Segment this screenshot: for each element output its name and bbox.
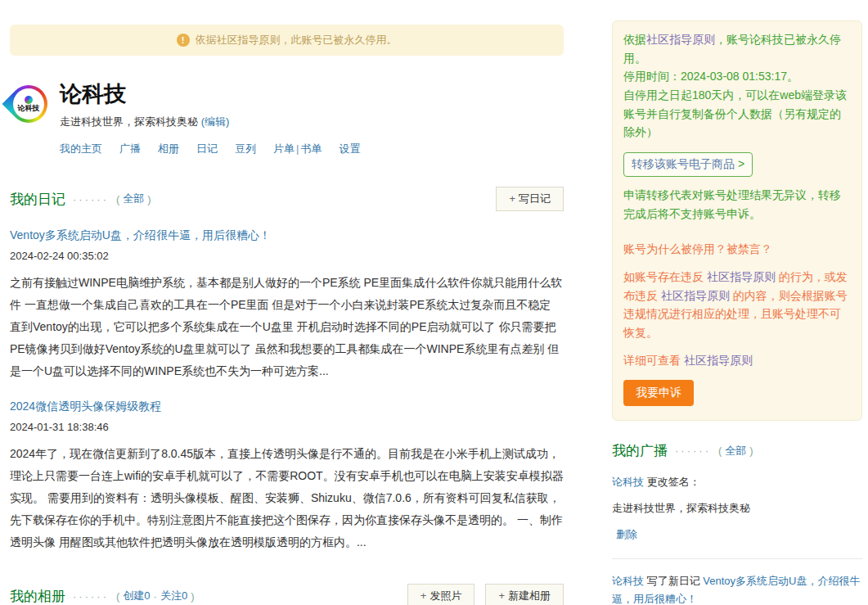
guideline-link[interactable]: 社区指导原则 [661,289,730,302]
notice-suspend-time: 停用时间：2024-03-08 01:53:17。 [623,67,851,86]
broadcast-all-link[interactable]: 全部 [725,444,746,458]
diary-entry-date: 2024-01-31 18:38:46 [10,421,564,433]
nav-doulist[interactable]: 豆列 [235,142,256,156]
profile-nav: 我的主页 广播 相册 日记 豆列 片单|书单 设置 [60,142,360,156]
broadcast-item: 论科技 写了新日记 Ventoy多系统启动U盘，介绍很牛逼，用后很糟心！ 2月2… [612,572,862,605]
paren: ) [147,193,151,205]
divider [612,558,862,559]
album-section-title: 我的相册 [10,587,65,605]
nav-booklist[interactable]: 书单 [300,142,322,155]
broadcast-delete-link[interactable]: 删除 [616,528,637,540]
detail-line: 详细可查看 社区指导原则 [623,351,851,370]
broadcast-headline: 论科技 写了新日记 Ventoy多系统启动U盘，介绍很牛逼，用后很糟心！ [612,572,862,605]
signature-text: 走进科技世界，探索科技奥秘 [60,115,198,128]
why-banned-title: 账号为什么被停用？被禁言？ [623,240,851,259]
nav-lists-group: 片单|书单 [273,142,322,156]
paren: ( [116,590,119,603]
broadcast-action: 更改签名： [647,476,700,488]
write-diary-button[interactable]: +写日记 [496,187,564,211]
broadcast-headline: 论科技 更改签名： [612,473,862,492]
why-banned-text: 如账号存在违反 社区指导原则 的行为，或发布违反 社区指导原则 的内容，则会根据… [623,268,851,342]
plus-icon: + [509,192,515,205]
plus-icon: + [498,589,505,602]
nav-settings[interactable]: 设置 [339,142,360,156]
diary-entry: Ventoy多系统启动U盘，介绍很牛逼，用后很糟心！ 2024-02-24 00… [10,211,564,382]
diary-all-link[interactable]: 全部 [123,192,144,206]
warning-icon: ! [177,34,190,47]
diary-section-header: 我的日记 ······ ( 全部 ) +写日记 [10,187,564,211]
sidebar: 依据社区指导原则，账号论科技已被永久停用。 停用时间：2024-03-08 01… [612,20,862,605]
notice-backup-info: 自停用之日起180天内，可以在web端登录该账号并自行复制备份个人数据（另有规定… [623,86,851,142]
nav-diary[interactable]: 日记 [196,142,218,156]
nav-movielist[interactable]: 片单 [273,142,295,155]
diary-entry-date: 2024-02-24 00:35:02 [10,250,564,262]
notice-line-1: 依据社区指导原则，账号论科技已被永久停用。 [623,30,851,67]
profile-name: 论科技 [60,82,360,107]
broadcast-user-link[interactable]: 论科技 [612,476,644,488]
nav-album[interactable]: 相册 [158,142,179,156]
edit-signature-link[interactable]: (编辑) [201,115,230,128]
plus-icon: + [421,589,427,602]
broadcast-user-link[interactable]: 论科技 [612,575,644,587]
diary-entry-excerpt: 2024年了，现在微信更新到了8.0.45版本，直接上传透明头像是行不通的。目前… [10,443,564,553]
nav-separator: | [296,142,299,155]
guideline-link[interactable]: 社区指导原则 [646,33,715,46]
diary-entry-title-link[interactable]: Ventoy多系统启动U盘，介绍很牛逼，用后很糟心！ [10,228,271,243]
main-column: ! 依据社区指导原则，此账号已被永久停用。 论科技 论科技 走进科技世界，探索科… [10,25,564,605]
new-album-button[interactable]: +新建相册 [485,584,564,605]
avatar-logo-icon [25,96,33,104]
avatar[interactable]: 论科技 [2,77,55,130]
profile-header: 论科技 论科技 走进科技世界，探索科技奥秘 (编辑) 我的主页 广播 相册 日记… [10,82,564,156]
broadcast-item: 论科技 更改签名： 走进科技世界，探索科技奥秘 删除 [612,473,862,544]
transfer-note: 申请转移代表对账号处理结果无异议，转移完成后将不支持账号申诉。 [623,186,851,223]
dot-separator: · [154,590,157,603]
nav-broadcast[interactable]: 广播 [119,142,141,156]
album-header-actions: +发照片 +新建相册 [407,584,564,605]
suspension-banner: ! 依据社区指导原则，此账号已被永久停用。 [10,25,564,56]
paren: ) [191,590,194,603]
post-photo-button[interactable]: +发照片 [407,584,475,605]
diary-section-title: 我的日记 [10,190,65,209]
profile-signature: 走进科技世界，探索科技奥秘 (编辑) [60,115,360,129]
paren: ) [749,445,753,457]
suspension-banner-text: 依据社区指导原则，此账号已被永久停用。 [196,33,398,47]
broadcast-actions: 删除 [612,526,862,544]
broadcast-section-header: 我的广播 ······ ( 全部 ) [612,441,862,460]
broadcast-section-title: 我的广播 [612,441,668,460]
diary-entry-excerpt: 之前有接触过WINPE电脑维护系统，基本都是别人做好的一个PE系统 PE里面集成… [10,272,564,382]
appeal-button[interactable]: 我要申诉 [623,380,694,406]
diary-header-actions: +写日记 [496,187,564,211]
avatar-inner: 论科技 [13,88,44,120]
album-followed-link[interactable]: 关注0 [160,589,187,603]
guideline-link[interactable]: 社区指导原则 [684,354,753,367]
suspension-notice-box: 依据社区指导原则，账号论科技已被永久停用。 停用时间：2024-03-08 01… [612,20,862,421]
dots-decoration: ······ [675,445,711,457]
profile-info: 论科技 走进科技世界，探索科技奥秘 (编辑) 我的主页 广播 相册 日记 豆列 … [60,82,360,156]
dots-decoration: ······ [73,193,109,205]
broadcast-content: 走进科技世界，探索科技奥秘 [612,499,862,518]
paren: ( [116,193,119,205]
guideline-link[interactable]: 社区指导原则 [707,270,776,283]
dots-decoration: ······ [73,590,109,603]
album-section-header: 我的相册 ······ ( 创建0 · 关注0 ) +发照片 +新建相册 [10,584,564,605]
arrow-right-icon: > [738,157,744,170]
diary-entry: 2024微信透明头像保姆级教程 2024-01-31 18:38:46 2024… [10,382,564,553]
transfer-goods-button[interactable]: 转移该账号电子商品 > [623,152,753,177]
album-created-link[interactable]: 创建0 [123,589,150,603]
nav-home[interactable]: 我的主页 [60,142,102,156]
avatar-label: 论科技 [18,105,40,112]
paren: ( [718,445,722,457]
broadcast-action: 写了新日记 [647,575,700,587]
diary-entry-title-link[interactable]: 2024微信透明头像保姆级教程 [10,400,161,414]
